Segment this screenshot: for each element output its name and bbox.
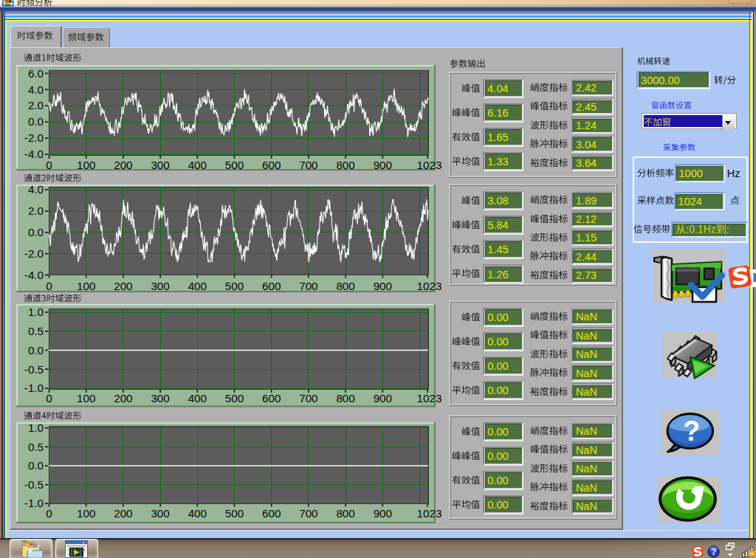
svg-text:1023: 1023 — [416, 159, 441, 170]
svg-text:800: 800 — [336, 507, 354, 520]
svg-text:500: 500 — [224, 280, 243, 292]
svg-text:300: 300 — [151, 507, 169, 520]
svg-text:300: 300 — [151, 280, 169, 292]
svg-text:4.0: 4.0 — [27, 185, 43, 196]
svg-text:1023: 1023 — [416, 507, 441, 520]
svg-text:0.5: 0.5 — [27, 325, 43, 337]
svg-text:-4.0: -4.0 — [24, 148, 43, 160]
svg-text:1023: 1023 — [416, 392, 441, 404]
svg-text:0.0: 0.0 — [27, 226, 43, 238]
svg-text:0: 0 — [46, 507, 52, 520]
svg-text:400: 400 — [188, 392, 206, 404]
svg-text:800: 800 — [336, 280, 354, 292]
svg-text:200: 200 — [114, 392, 132, 404]
svg-text:300: 300 — [151, 159, 169, 170]
svg-text:-2.0: -2.0 — [24, 131, 43, 144]
svg-text:?: ? — [711, 547, 717, 557]
svg-text:600: 600 — [262, 392, 281, 404]
svg-text:0.0: 0.0 — [27, 115, 43, 128]
svg-text:200: 200 — [114, 159, 132, 170]
svg-text:1.0: 1.0 — [27, 422, 43, 434]
svg-text:700: 700 — [299, 280, 317, 292]
svg-text:0: 0 — [46, 392, 52, 404]
svg-text:700: 700 — [299, 507, 317, 520]
svg-text:-0.5: -0.5 — [24, 478, 43, 490]
svg-text:300: 300 — [151, 392, 169, 404]
svg-text:600: 600 — [262, 280, 281, 292]
svg-text:2.0: 2.0 — [27, 204, 43, 217]
svg-text:?: ? — [683, 416, 700, 447]
svg-text:0.0: 0.0 — [27, 344, 43, 356]
svg-text:-4.0: -4.0 — [24, 268, 43, 280]
svg-text:900: 900 — [373, 507, 391, 520]
svg-text:200: 200 — [114, 280, 132, 292]
svg-text:700: 700 — [299, 159, 317, 170]
svg-text:400: 400 — [188, 280, 206, 292]
svg-text:-2.0: -2.0 — [24, 247, 43, 259]
svg-text:800: 800 — [336, 392, 354, 404]
svg-text:100: 100 — [77, 507, 95, 520]
svg-text:1.0: 1.0 — [27, 306, 43, 318]
svg-text:100: 100 — [77, 392, 95, 404]
svg-text:0: 0 — [46, 280, 52, 292]
svg-text:100: 100 — [77, 280, 95, 292]
svg-text:500: 500 — [224, 507, 243, 520]
svg-text:-1.0: -1.0 — [24, 382, 43, 394]
svg-text:1023: 1023 — [416, 280, 441, 292]
svg-text:6.0: 6.0 — [27, 67, 43, 80]
svg-text:400: 400 — [188, 159, 206, 170]
svg-text:900: 900 — [373, 392, 391, 404]
svg-text:400: 400 — [188, 507, 206, 520]
svg-text:0.5: 0.5 — [27, 440, 43, 452]
svg-text:500: 500 — [224, 159, 243, 170]
svg-text:0: 0 — [46, 159, 52, 170]
svg-text:900: 900 — [373, 280, 391, 292]
svg-text:0.0: 0.0 — [27, 459, 43, 472]
svg-text:100: 100 — [77, 159, 95, 170]
svg-text:2.0: 2.0 — [27, 99, 43, 111]
svg-text:900: 900 — [373, 159, 391, 170]
svg-text:200: 200 — [114, 507, 132, 520]
svg-text:500: 500 — [224, 392, 243, 404]
svg-text:800: 800 — [336, 159, 354, 170]
svg-text:700: 700 — [299, 392, 317, 404]
svg-text:-1.0: -1.0 — [24, 497, 43, 509]
svg-text:-0.5: -0.5 — [24, 363, 43, 376]
svg-text:600: 600 — [262, 507, 281, 520]
svg-text:4.0: 4.0 — [27, 83, 43, 96]
svg-text:600: 600 — [262, 159, 281, 170]
